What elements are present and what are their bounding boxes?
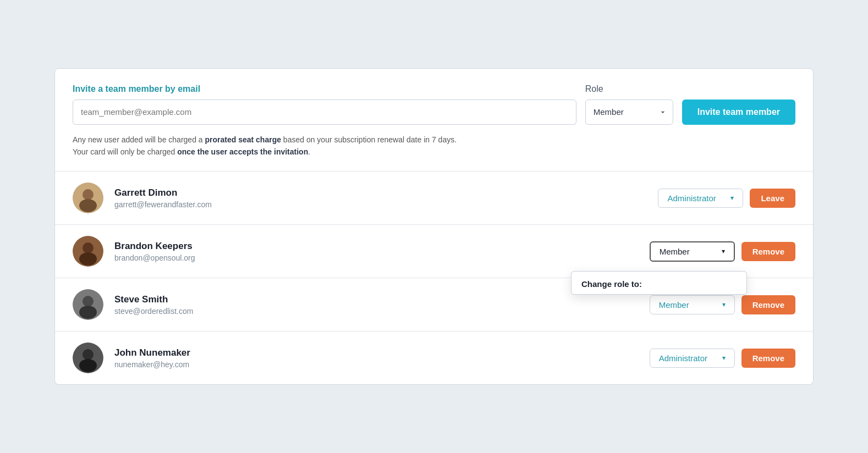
main-card: Invite a team member by email Role Membe…: [54, 68, 814, 385]
role-select-wrap: Role Member Administrator: [585, 84, 673, 125]
role-label: Role: [585, 84, 673, 94]
member-name-john: John Nunemaker: [114, 347, 650, 358]
dropdown-header: Change role to:: [572, 272, 746, 294]
svg-point-5: [79, 252, 97, 266]
role-select[interactable]: Member Administrator: [585, 100, 673, 125]
member-info-brandon: Brandon Keepers brandon@opensoul.org: [114, 241, 650, 262]
svg-point-1: [83, 189, 94, 200]
member-info-garrett: Garrett Dimon garrett@fewerandfaster.com: [114, 187, 658, 209]
chevron-down-icon: ▾: [722, 354, 726, 362]
member-actions-steve: Member ▾ Remove: [650, 295, 795, 314]
remove-button-john[interactable]: Remove: [741, 349, 795, 368]
member-name-garrett: Garrett Dimon: [114, 187, 658, 198]
svg-point-11: [79, 359, 97, 372]
member-email-brandon: brandon@opensoul.org: [114, 253, 650, 262]
notice-line2-pre: Your card will only be charged: [73, 147, 177, 156]
invite-form-row: Invite a team member by email Role Membe…: [73, 84, 795, 125]
svg-point-10: [83, 349, 94, 360]
member-actions-brandon: Member ▾ Remove Change role to:: [650, 241, 795, 262]
role-button-steve[interactable]: Member ▾: [650, 295, 735, 314]
email-input[interactable]: [73, 100, 576, 125]
chevron-down-icon: ▾: [730, 194, 734, 202]
role-label-garrett: Administrator: [667, 194, 716, 203]
svg-point-8: [79, 306, 97, 319]
member-name-steve: Steve Smith: [114, 294, 650, 305]
notice-line1-pre: Any new user added will be charged a: [73, 135, 205, 144]
chevron-down-icon: ▾: [722, 301, 726, 308]
avatar-garrett: [73, 183, 103, 213]
leave-button-garrett[interactable]: Leave: [750, 189, 795, 208]
role-label-john: Administrator: [659, 353, 707, 363]
members-list: Garrett Dimon garrett@fewerandfaster.com…: [55, 172, 813, 384]
member-row-brandon: Brandon Keepers brandon@opensoul.org Mem…: [55, 225, 813, 278]
role-button-brandon[interactable]: Member ▾: [650, 241, 735, 262]
member-email-steve: steve@orderedlist.com: [114, 307, 650, 316]
member-actions-john: Administrator ▾ Remove: [650, 349, 795, 368]
svg-point-2: [79, 199, 97, 212]
invite-section: Invite a team member by email Role Membe…: [55, 69, 813, 172]
member-row-john: John Nunemaker nunemaker@hey.com Adminis…: [55, 332, 813, 384]
member-info-steve: Steve Smith steve@orderedlist.com: [114, 294, 650, 316]
avatar-brandon: [73, 236, 103, 267]
notice-line2-bold: once the user accepts the invitation: [177, 147, 308, 156]
remove-button-steve[interactable]: Remove: [741, 295, 795, 314]
role-label-steve: Member: [659, 300, 689, 310]
member-actions-garrett: Administrator ▾ Leave: [658, 189, 795, 208]
role-button-garrett[interactable]: Administrator ▾: [658, 189, 743, 208]
notice-line1-post: based on your subscription renewal date …: [281, 135, 457, 144]
svg-point-4: [83, 242, 94, 253]
member-info-john: John Nunemaker nunemaker@hey.com: [114, 347, 650, 369]
avatar-john: [73, 342, 103, 373]
role-dropdown-menu: Change role to:: [571, 271, 747, 295]
notice-line1-bold: prorated seat charge: [205, 135, 281, 144]
member-name-brandon: Brandon Keepers: [114, 241, 650, 252]
invite-label: Invite a team member by email: [73, 84, 576, 94]
role-label-brandon: Member: [660, 247, 690, 256]
member-email-garrett: garrett@fewerandfaster.com: [114, 200, 658, 209]
invite-button[interactable]: Invite team member: [682, 100, 795, 125]
avatar-steve: [73, 289, 103, 320]
role-button-john[interactable]: Administrator ▾: [650, 349, 735, 368]
member-email-john: nunemaker@hey.com: [114, 360, 650, 369]
member-row-garrett: Garrett Dimon garrett@fewerandfaster.com…: [55, 172, 813, 225]
remove-button-brandon[interactable]: Remove: [741, 242, 795, 261]
svg-point-7: [83, 296, 94, 307]
charge-notice: Any new user added will be charged a pro…: [73, 134, 795, 158]
notice-line2-post: .: [308, 147, 310, 156]
chevron-down-icon: ▾: [722, 247, 725, 255]
email-field-wrap: Invite a team member by email: [73, 84, 576, 125]
